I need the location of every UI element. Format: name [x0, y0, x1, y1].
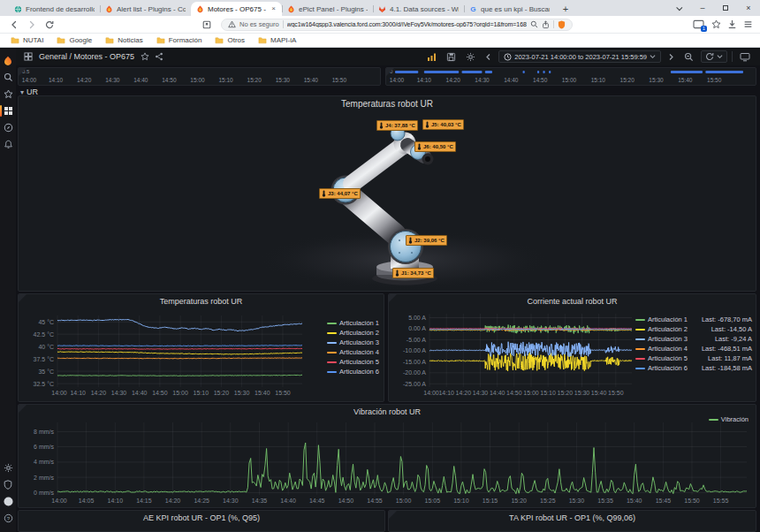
search-icon[interactable]: [0, 69, 16, 86]
google-icon: G: [469, 5, 477, 13]
new-tab-button[interactable]: +: [559, 2, 573, 16]
panel-ae-kpi[interactable]: AE KPI robot UR - OP1 (%, Q95): [18, 510, 385, 532]
browser-tab-1[interactable]: Frontend de desarrollo web: [9, 2, 100, 16]
window-maximize-button[interactable]: [714, 0, 737, 16]
browser-tab-5[interactable]: 4.1. Data sources - Wiki - NUTAI / I+D: [373, 2, 464, 16]
bookmark-folder-4[interactable]: Formación: [156, 36, 202, 44]
panel-corriente-chart[interactable]: Corriente actual robot UR 5.00 A0.00 A-5…: [388, 293, 756, 402]
forward-button[interactable]: [25, 18, 39, 32]
timeline-right-plot[interactable]: 14:0014:1014:2014:3014:4014:5015:0015:10…: [386, 68, 756, 85]
grafana-navbar: General / Motores - OP675 2023-07-21 14:…: [16, 48, 760, 65]
bookmark-folder-5[interactable]: Otros: [215, 36, 245, 44]
dashboard-settings-icon[interactable]: [466, 52, 475, 62]
back-button[interactable]: [7, 18, 21, 32]
bookmark-label: Otros: [227, 36, 245, 44]
bookmark-folder-1[interactable]: NUTAI: [11, 36, 43, 44]
svg-text:15:40: 15:40: [591, 390, 607, 396]
help-icon[interactable]: ?: [0, 510, 16, 527]
temperaturas-legend-item-1[interactable]: Articulación 1: [327, 318, 379, 328]
time-back-chevron-icon[interactable]: [485, 53, 491, 61]
panel-robot-temperatures[interactable]: Temperaturas robot UR: [18, 95, 756, 292]
legend-swatch: [327, 342, 337, 344]
configuration-gear-icon[interactable]: [0, 460, 16, 476]
refresh-button[interactable]: [42, 18, 57, 32]
panel-title[interactable]: AE KPI robot UR - OP1 (%, Q95): [19, 512, 384, 524]
downloads-icon[interactable]: [727, 19, 737, 29]
panel-title[interactable]: Vibración robot UR: [19, 406, 756, 418]
kiosk-tv-icon[interactable]: [740, 52, 750, 62]
breadcrumb[interactable]: General / Motores - OP675: [39, 52, 134, 61]
divider: [283, 20, 284, 28]
profile-badge: 1: [701, 26, 707, 32]
security-label[interactable]: No es seguro: [239, 20, 279, 28]
folder-icon: [105, 36, 114, 44]
admin-shield-icon[interactable]: [0, 476, 16, 493]
svg-text:14:30: 14:30: [475, 77, 490, 83]
zoom-out-icon[interactable]: [684, 52, 694, 62]
bookmark-folder-6[interactable]: MAPI-iA: [258, 36, 296, 44]
share-dashboard-icon[interactable]: [155, 52, 163, 61]
address-bar[interactable]: No es seguro wgc1w164qspp3.valencia.ford…: [221, 19, 573, 31]
browser-tab-2[interactable]: Alert list - Plugins - Configuration - G…: [100, 2, 191, 16]
panel-ta-kpi[interactable]: TA KPI robot UR - OP1 (%, Q99,06): [388, 510, 756, 532]
svg-text:14:50: 14:50: [533, 77, 548, 83]
corriente-legend-item-2[interactable]: Articulación 2Last: -14,50 A: [635, 324, 752, 334]
favorites-icon[interactable]: [0, 86, 16, 103]
explore-icon[interactable]: [0, 119, 16, 136]
browser-tab-4[interactable]: ePict Panel - Plugins - Configuration: [282, 2, 373, 16]
vibracion-plot[interactable]: 8 mm/s6 mm/s4 mm/s2 mm/s0 mm/s14:0014:05…: [19, 405, 756, 507]
refresh-dashboard-button[interactable]: [701, 50, 727, 63]
url-text[interactable]: wgc1w164qspp3.valencia.ford.com:3000/d/i…: [287, 21, 527, 27]
dashboards-icon[interactable]: [0, 103, 16, 119]
user-avatar[interactable]: [0, 493, 16, 510]
corriente-legend-item-4[interactable]: Articulación 4Last: -468,51 mA: [635, 344, 752, 353]
panel-vibracion-chart[interactable]: Vibración robot UR 8 mm/s6 mm/s4 mm/s2 m…: [18, 404, 756, 508]
bookmark-page-icon[interactable]: [200, 18, 214, 32]
legend-swatch: [635, 319, 645, 321]
star-dashboard-icon[interactable]: [141, 52, 149, 61]
time-range-picker[interactable]: 2023-07-21 14:00:00 to 2023-07-21 15:59:…: [498, 50, 661, 63]
tab-list-chevron-icon[interactable]: [668, 0, 691, 16]
temperaturas-legend-item-4[interactable]: Articulación 4: [327, 347, 379, 357]
legend-label: Articulación 2: [648, 325, 688, 333]
joint-temperature-label-5: J2: 39,06 °C: [406, 235, 447, 246]
legend-label: Articulación 1: [648, 315, 688, 323]
panel-timeline-right[interactable]: 0 14:0014:1014:2014:3014:4014:5015:0015:…: [385, 67, 756, 86]
profile-button[interactable]: 1: [693, 19, 705, 30]
share-page-icon[interactable]: [542, 20, 550, 29]
corriente-legend-item-5[interactable]: Articulación 5Last: 11,87 mA: [635, 353, 752, 363]
panel-timeline-left[interactable]: 0.5 14:0014:1014:2014:3014:4014:5015:001…: [18, 67, 381, 86]
vibracion-legend-item-1[interactable]: Vibración: [709, 414, 749, 424]
grafana-logo-icon[interactable]: [0, 52, 16, 69]
panel-title[interactable]: Corriente actual robot UR: [389, 295, 756, 308]
window-close-button[interactable]: ×: [737, 0, 760, 16]
warning-icon: [228, 20, 236, 28]
browser-tab-3[interactable]: Motores - OP675 - Dashboards -×: [191, 2, 282, 16]
time-forward-chevron-icon[interactable]: [668, 53, 674, 61]
favorites-star-icon[interactable]: [711, 19, 721, 29]
panel-temperaturas-chart[interactable]: Temperaturas robot UR 45 °C42.5 °C40 °C3…: [18, 293, 384, 402]
panel-title[interactable]: TA KPI robot UR - OP1 (%, Q99,06): [389, 512, 756, 524]
save-icon[interactable]: [446, 52, 456, 62]
timeline-left-plot[interactable]: 14:0014:1014:2014:3014:4014:5015:0015:10…: [19, 68, 380, 85]
add-panel-icon[interactable]: [427, 52, 437, 62]
thermometer-icon: [395, 270, 399, 277]
search-in-page-icon[interactable]: [530, 20, 538, 28]
temperaturas-legend-item-3[interactable]: Articulación 3: [327, 338, 379, 347]
temperaturas-legend-item-6[interactable]: Articulación 6: [327, 367, 379, 376]
shield-extension-icon[interactable]: [558, 20, 566, 29]
panel-title[interactable]: Temperaturas robot UR: [19, 295, 384, 308]
corriente-legend-item-3[interactable]: Articulación 3Last: -9,24 A: [635, 334, 752, 344]
tab-close-icon[interactable]: ×: [270, 5, 277, 12]
bookmark-folder-2[interactable]: Google: [57, 36, 92, 44]
browser-tab-6[interactable]: Gque es un kpi - Buscar con Google: [464, 2, 555, 16]
menu-icon[interactable]: [743, 19, 753, 29]
legend-swatch: [709, 419, 718, 421]
alerting-icon[interactable]: [0, 136, 16, 153]
bookmark-folder-3[interactable]: Noticias: [105, 36, 142, 44]
corriente-legend-item-1[interactable]: Articulación 1Last: -678,70 mA: [635, 315, 752, 324]
temperaturas-legend-item-2[interactable]: Articulación 2: [327, 328, 379, 338]
corriente-legend-item-6[interactable]: Articulación 6Last: -184,58 mA: [635, 363, 752, 373]
window-minimize-button[interactable]: –: [691, 0, 714, 16]
temperaturas-legend-item-5[interactable]: Articulación 5: [327, 357, 379, 367]
